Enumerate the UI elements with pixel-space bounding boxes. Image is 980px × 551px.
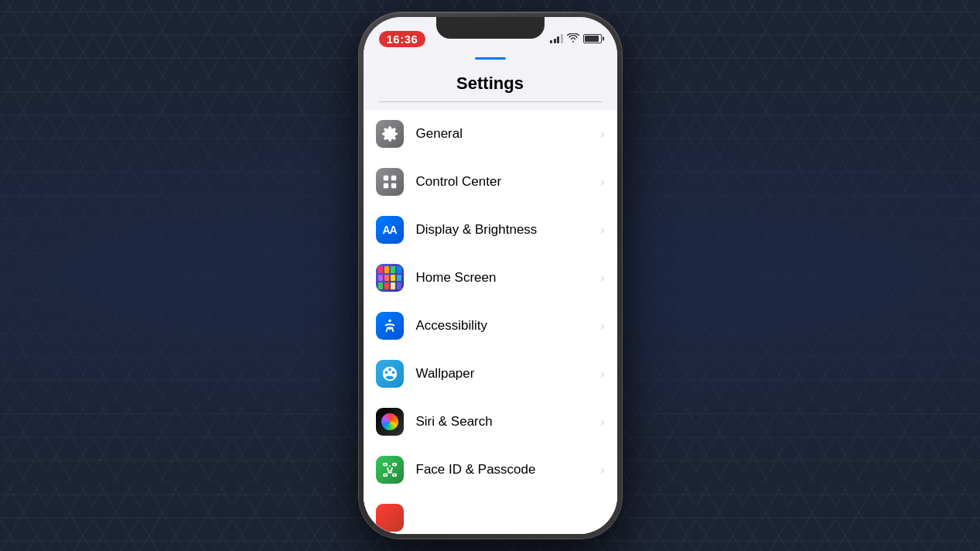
svg-point-9 [387, 468, 388, 469]
settings-item-display[interactable]: AA Display & Brightness › [364, 206, 617, 254]
wifi-icon [567, 33, 579, 45]
wallpaper-chevron: › [601, 368, 605, 380]
homescreen-chevron: › [601, 272, 605, 284]
content-area: Settings General [364, 51, 617, 534]
wallpaper-label: Wallpaper [416, 366, 595, 382]
svg-point-10 [391, 468, 392, 469]
settings-list: General › [364, 110, 617, 534]
display-label: Display & Brightness [416, 222, 595, 238]
siri-label: Siri & Search [416, 414, 595, 430]
svg-rect-7 [383, 474, 387, 477]
general-chevron: › [601, 128, 605, 140]
svg-rect-2 [383, 183, 388, 188]
battery-icon [583, 34, 602, 43]
settings-item-accessibility[interactable]: Accessibility › [364, 302, 617, 350]
screen-content: 16:36 [364, 17, 617, 534]
svg-rect-6 [392, 464, 396, 466]
settings-item-home-screen[interactable]: Home Screen › [364, 254, 617, 302]
sos-icon [376, 504, 404, 532]
svg-rect-5 [383, 464, 387, 466]
page-title: Settings [364, 63, 617, 101]
general-label: General [416, 126, 595, 142]
scroll-indicator [475, 57, 506, 60]
accessibility-icon [376, 312, 404, 340]
control-center-icon [376, 168, 404, 196]
svg-rect-0 [383, 176, 388, 180]
settings-item-faceid[interactable]: Face ID & Passcode › [364, 446, 617, 494]
svg-rect-3 [391, 183, 395, 188]
homescreen-icon [376, 264, 404, 292]
phone-device: 16:36 [359, 12, 622, 539]
accessibility-chevron: › [601, 320, 605, 332]
general-icon [376, 120, 404, 148]
faceid-icon [376, 456, 404, 484]
settings-item-wallpaper[interactable]: Wallpaper › [364, 350, 617, 398]
display-icon: AA [376, 216, 404, 244]
phone-notch [436, 17, 545, 39]
time-display: 16:36 [379, 31, 426, 47]
signal-icon [550, 34, 563, 43]
faceid-chevron: › [601, 464, 605, 476]
settings-item-emergency-partial[interactable] [364, 494, 617, 534]
siri-icon [376, 408, 404, 436]
svg-rect-8 [392, 474, 396, 477]
homescreen-label: Home Screen [416, 270, 595, 286]
faceid-label: Face ID & Passcode [416, 462, 595, 477]
settings-item-general[interactable]: General › [364, 110, 617, 158]
control-center-label: Control Center [416, 174, 595, 190]
svg-point-4 [388, 320, 391, 323]
status-icons [550, 33, 602, 45]
svg-rect-1 [391, 176, 395, 180]
title-divider [379, 101, 602, 102]
phone-screen: 16:36 [364, 17, 617, 534]
display-chevron: › [601, 224, 605, 236]
phone-frame: 16:36 [359, 12, 622, 539]
wallpaper-icon [376, 360, 404, 388]
settings-item-control-center[interactable]: Control Center › [364, 158, 617, 206]
accessibility-label: Accessibility [416, 318, 595, 334]
siri-chevron: › [601, 416, 605, 428]
control-center-chevron: › [601, 176, 605, 188]
settings-item-siri[interactable]: Siri & Search › [364, 398, 617, 446]
